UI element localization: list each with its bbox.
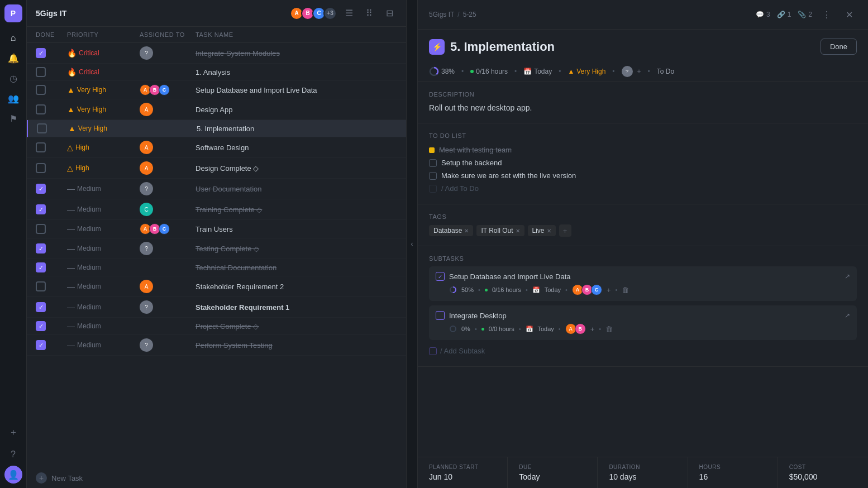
- subtask-due-2: Today: [538, 326, 554, 332]
- task-checkbox[interactable]: [36, 163, 46, 173]
- more-options-icon[interactable]: ⋮: [819, 7, 834, 22]
- add-todo-row[interactable]: / Add To Do: [429, 182, 857, 195]
- task-row[interactable]: 🔥Critical1. Analysis: [27, 64, 406, 81]
- status-meta[interactable]: To Do: [657, 68, 674, 75]
- todo-text-2[interactable]: Setup the backend: [441, 159, 502, 167]
- subtask-title-1[interactable]: Setup Database and Import Live Data: [449, 272, 840, 281]
- tag-it-roll-out[interactable]: IT Roll Out ✕: [476, 225, 524, 236]
- task-row[interactable]: ✓🔥Critical?Integrate System Modules: [27, 43, 406, 64]
- task-row[interactable]: ▲Very High5. Implementation: [27, 120, 406, 137]
- task-checkbox[interactable]: ✓: [36, 340, 46, 350]
- home-icon[interactable]: ⌂: [4, 29, 22, 47]
- task-row[interactable]: ▲Very HighADesign App: [27, 99, 406, 120]
- done-button[interactable]: Done: [821, 39, 857, 55]
- subtask-delete-icon-2[interactable]: 🗑: [605, 325, 613, 333]
- user-avatar-icon[interactable]: 👤: [4, 466, 22, 484]
- task-checkbox[interactable]: ✓: [36, 302, 46, 312]
- flag-icon[interactable]: ⚑: [4, 109, 22, 127]
- task-row[interactable]: △HighADesign Complete ◇: [27, 158, 406, 179]
- task-row[interactable]: ✓—Medium?User Documentation: [27, 179, 406, 199]
- help-icon[interactable]: ?: [4, 446, 22, 463]
- task-checkbox[interactable]: [36, 281, 46, 291]
- tag-close-it-roll-out[interactable]: ✕: [516, 228, 520, 234]
- tag-close-live[interactable]: ✕: [547, 228, 551, 234]
- breadcrumb-project[interactable]: 5Gigs IT: [429, 11, 454, 18]
- task-row[interactable]: ✓—Medium?Testing Complete ◇: [27, 238, 406, 259]
- task-row[interactable]: ✓—MediumCTraining Complete ◇: [27, 199, 406, 220]
- links-action[interactable]: 🔗 1: [777, 11, 791, 18]
- task-checkbox[interactable]: ✓: [36, 204, 46, 214]
- add-subtask-row[interactable]: / Add Subtask: [429, 345, 857, 357]
- task-row[interactable]: ✓—MediumTechnical Documentation: [27, 259, 406, 276]
- bell-icon[interactable]: 🔔: [4, 49, 22, 67]
- col-priority[interactable]: PRIORITY: [67, 31, 140, 38]
- tag-close-database[interactable]: ✕: [464, 228, 469, 234]
- tag-live[interactable]: Live ✕: [528, 225, 556, 236]
- subtask-external-link-1[interactable]: ↗: [845, 272, 850, 280]
- subtask-title-2[interactable]: Integrate Desktop: [449, 312, 840, 320]
- clock-icon[interactable]: ◷: [4, 69, 22, 87]
- task-row[interactable]: ✓—MediumProject Complete ◇: [27, 318, 406, 335]
- todo-checkbox-3[interactable]: [429, 172, 437, 180]
- tag-database[interactable]: Database ✕: [429, 225, 473, 236]
- priority-meta[interactable]: ▲ Very High: [567, 68, 605, 75]
- task-checkbox[interactable]: [36, 85, 46, 95]
- attachments-action[interactable]: 📎 2: [798, 11, 812, 18]
- due-value[interactable]: Today: [519, 472, 586, 481]
- priority-badge: —Medium: [67, 184, 140, 193]
- subtask-add-icon-2[interactable]: +: [590, 325, 595, 333]
- task-checkbox[interactable]: [37, 123, 47, 133]
- panel-collapse-handle[interactable]: ‹: [407, 0, 418, 488]
- app-logo[interactable]: P: [4, 4, 22, 22]
- subtask-delete-icon-1[interactable]: 🗑: [622, 286, 629, 294]
- comments-action[interactable]: 💬 3: [756, 11, 770, 18]
- task-row[interactable]: ✓—Medium?Perform System Testing: [27, 335, 406, 356]
- todo-checkbox-2[interactable]: [429, 159, 437, 167]
- task-name: Train Users: [195, 225, 397, 233]
- subtask-checkbox-2[interactable]: [436, 311, 445, 320]
- task-checkbox[interactable]: [36, 224, 46, 234]
- planned-start-value[interactable]: Jun 10: [429, 472, 496, 481]
- task-row[interactable]: △HighASoftware Design: [27, 137, 406, 158]
- assignee-plus-icon[interactable]: +: [637, 68, 641, 75]
- add-tag-button[interactable]: +: [559, 224, 571, 237]
- task-checkbox[interactable]: ✓: [36, 48, 46, 58]
- add-todo-label: / Add To Do: [441, 184, 479, 193]
- task-checkbox[interactable]: ✓: [36, 321, 46, 331]
- due-meta[interactable]: 📅 Today: [523, 68, 552, 75]
- users-icon[interactable]: 👥: [4, 89, 22, 107]
- task-checkbox[interactable]: [36, 67, 46, 77]
- task-checkbox[interactable]: ✓: [36, 184, 46, 194]
- cost-value[interactable]: $50,000: [789, 472, 857, 481]
- progress-indicator[interactable]: 38%: [429, 66, 455, 76]
- list-view-icon[interactable]: ☰: [341, 6, 357, 21]
- task-type-icon: ⚡: [429, 39, 445, 55]
- task-row[interactable]: ✓—Medium?Stakeholder Requirement 1: [27, 297, 406, 318]
- project-title: 5Gigs IT: [36, 9, 285, 18]
- add-subtask-label: / Add Subtask: [440, 347, 485, 355]
- close-panel-icon[interactable]: ✕: [841, 7, 857, 22]
- subtask-checkbox-1[interactable]: ✓: [436, 272, 445, 281]
- task-checkbox[interactable]: ✓: [36, 243, 46, 253]
- todo-text-3[interactable]: Make sure we are set with the live versi…: [441, 171, 576, 180]
- add-task-row[interactable]: + New Task: [27, 468, 406, 488]
- task-row[interactable]: ▲Very HighABCSetup Database and Import L…: [27, 81, 406, 99]
- plus-circle-icon[interactable]: ＋: [4, 423, 22, 441]
- subtask-add-icon-1[interactable]: +: [607, 286, 611, 294]
- task-row[interactable]: —MediumAStakeholder Requirement 2: [27, 276, 406, 297]
- task-checkbox[interactable]: [36, 104, 46, 114]
- task-row[interactable]: —MediumABCTrain Users: [27, 220, 406, 238]
- assignee-meta[interactable]: ? +: [622, 66, 641, 77]
- column-view-icon[interactable]: ⠿: [361, 6, 377, 21]
- hours-value[interactable]: 16: [699, 472, 766, 481]
- task-checkbox[interactable]: [36, 142, 46, 152]
- task-checkbox[interactable]: ✓: [36, 262, 46, 272]
- hours-meta[interactable]: 0/16 hours: [470, 68, 508, 75]
- breadcrumb-sprint[interactable]: 5-25: [463, 11, 476, 18]
- add-task-icon[interactable]: +: [36, 472, 47, 484]
- duration-value[interactable]: 10 days: [609, 472, 676, 481]
- description-text[interactable]: Roll out the new desktop app.: [429, 102, 857, 114]
- filter-icon[interactable]: ⊟: [381, 6, 397, 21]
- subtask-external-link-2[interactable]: ↗: [845, 312, 850, 319]
- todo-text-1[interactable]: Meet with testing team: [439, 146, 512, 154]
